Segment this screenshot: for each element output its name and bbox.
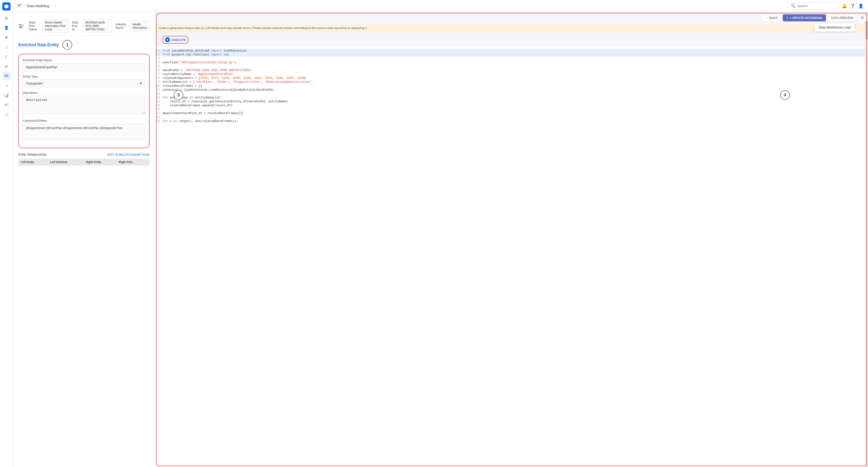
code-line-11: 11 canonical = loadCanonical.LoadCanonic… bbox=[155, 88, 868, 92]
update-notebook-button[interactable]: + + UPDATE NOTEBOOK bbox=[783, 14, 826, 21]
back-button[interactable]: ← BACK bbox=[762, 14, 781, 21]
col-left-entity: Left Entity bbox=[19, 159, 48, 166]
search-icon: 🔍 bbox=[791, 4, 796, 8]
routes-icon[interactable]: ⇢ bbox=[2, 81, 10, 90]
code-line-2: 2 from pyspark.sql.functions import col bbox=[155, 53, 868, 57]
relationships-table: Left Entity Left Attribute Right Entity … bbox=[19, 159, 150, 166]
section-header: Enriched Data Entity 1 bbox=[19, 40, 150, 50]
help-icon[interactable]: ❓ bbox=[850, 3, 855, 8]
canonical-label: Canonical Entities bbox=[23, 119, 145, 122]
code-line-3: 3 bbox=[155, 57, 868, 60]
svg-line-17 bbox=[18, 5, 20, 7]
code-line-10: 10 relatedDataframes = [] bbox=[155, 84, 868, 88]
datapod-id-label: Data Pod Id bbox=[72, 21, 79, 31]
analytics-icon[interactable]: 📊 bbox=[2, 91, 10, 99]
entity-type-label: Entity Type bbox=[23, 75, 145, 78]
home-nav-icon[interactable]: 🏠 bbox=[19, 24, 24, 29]
code-line-9: 9 entityNameList = ['CarePlan', 'Order',… bbox=[155, 80, 868, 84]
code-line-4: 4 execfile('/Workspace/LucidJobs/setup.p… bbox=[155, 60, 868, 64]
main-content: > Data Modeling ··· 🔍 🔔 ❓ 👤 🏠 Data Pod N… bbox=[13, 0, 868, 467]
tag-icon[interactable]: 🏷 bbox=[2, 101, 10, 109]
right-panel: ← BACK + + UPDATE NOTEBOOK DATA PREVIEW … bbox=[155, 12, 868, 467]
data-preview-button[interactable]: DATA PREVIEW bbox=[828, 14, 857, 22]
search-box[interactable]: 🔍 bbox=[788, 2, 839, 9]
section-title: Enriched Data Entity bbox=[19, 42, 59, 47]
relationships-title: Entity Relationships bbox=[19, 153, 46, 156]
execute-section: EXECUTE bbox=[155, 32, 868, 47]
canonical-value: @Appointment @CarePlan @Appointment @Car… bbox=[23, 124, 145, 140]
entity-name-input[interactable] bbox=[23, 63, 145, 71]
data-model-icon[interactable] bbox=[2, 72, 10, 80]
datapod-industry-label: Industry Name bbox=[116, 23, 126, 29]
gear-button[interactable]: ⚙ bbox=[859, 14, 866, 22]
warning-bar: Code is generated using a Gen AI LLM Mod… bbox=[155, 24, 868, 32]
app-logo[interactable] bbox=[2, 2, 10, 10]
code-line-15: 15 relatedDataframes.append(result_df) bbox=[155, 104, 868, 107]
content-area: 🏠 Data Pod Name Demo Health Informatics … bbox=[13, 12, 868, 467]
code-line-18: 18 bbox=[155, 115, 868, 119]
step-circle-1: 1 bbox=[62, 40, 72, 50]
code-line-8: 8 relatedComponents = {1536, 1537, 1538,… bbox=[155, 76, 868, 80]
data-warehouse-popup[interactable]: Data Warehouse Load bbox=[814, 23, 855, 32]
arrows-icon[interactable]: ⇄ bbox=[2, 62, 10, 70]
entity-name-group: Enriched Entity Name bbox=[23, 58, 145, 71]
breadcrumb-title: Data Modeling bbox=[27, 4, 50, 8]
code-line-13: 13 for entityName in entityNameList: bbox=[155, 96, 868, 99]
code-line-5: 5 bbox=[155, 64, 868, 68]
step-circle-4: 4 bbox=[780, 90, 790, 100]
sidebar: ⊟ 👤 ⊕ ⌂ ⇧ ⇄ ⇢ 📊 🏷 📄 bbox=[0, 0, 13, 467]
topnav-right: 🔍 🔔 ❓ 👤 bbox=[788, 2, 863, 9]
code-line-16: 16 bbox=[155, 107, 868, 111]
code-area[interactable]: 1 from luciddatahub.dataLoad import load… bbox=[155, 47, 868, 467]
code-line-17: 17 AppointmentCarePlan_df = relatedDataf… bbox=[155, 111, 868, 115]
entity-name-label: Enriched Entity Name bbox=[23, 58, 145, 62]
code-line-1: 1 from luciddatahub.dataLoad import load… bbox=[155, 49, 868, 53]
top-navigation: > Data Modeling ··· 🔍 🔔 ❓ 👤 bbox=[13, 0, 868, 12]
search-input[interactable] bbox=[798, 4, 836, 8]
back-arrow-icon: ← bbox=[765, 16, 768, 20]
svg-marker-18 bbox=[167, 39, 168, 41]
svg-line-16 bbox=[20, 4, 21, 5]
code-toolbar: ← BACK + + UPDATE NOTEBOOK DATA PREVIEW … bbox=[762, 14, 866, 22]
relationships-section: Entity Relationships EDIT IN RELATIONSHI… bbox=[19, 153, 150, 166]
plus-icon: + bbox=[786, 16, 788, 20]
user-icon[interactable]: 👤 bbox=[858, 3, 863, 8]
datapod-header: 🏠 Data Pod Name Demo Health Informatics … bbox=[19, 17, 150, 35]
description-group: Description description bbox=[23, 91, 145, 115]
document-icon[interactable]: 📄 bbox=[2, 110, 10, 119]
code-line-12: 12 bbox=[155, 92, 868, 96]
col-right-attr: Right Attri... bbox=[117, 159, 150, 166]
code-line-19: 19 for i in range(1, len(relatedDatafram… bbox=[155, 119, 868, 123]
entity-type-select-wrap: Transaction Reference Event Lookup ▼ bbox=[23, 80, 145, 87]
entity-type-group: Entity Type Transaction Reference Event … bbox=[23, 75, 145, 87]
execute-red-box: EXECUTE bbox=[163, 36, 188, 44]
scrollbar-thumb[interactable] bbox=[865, 21, 868, 39]
description-input[interactable]: description bbox=[23, 96, 145, 114]
users-icon[interactable]: 👤 bbox=[2, 24, 10, 32]
home-icon[interactable]: ⌂ bbox=[2, 43, 10, 51]
edit-relationship-link[interactable]: EDIT IN RELATIONSHIP PAGE bbox=[107, 153, 150, 156]
canonical-group: Canonical Entities @Appointment @CarePla… bbox=[23, 119, 145, 140]
datapod-id-value: d91f5fd2-4a35-422c-9f06-a8875f173264 bbox=[83, 19, 112, 32]
reports-icon[interactable]: ⊟ bbox=[2, 14, 10, 22]
play-icon[interactable] bbox=[165, 37, 170, 42]
svg-line-15 bbox=[18, 4, 20, 5]
breadcrumb-separator: > bbox=[24, 4, 25, 8]
description-label: Description bbox=[23, 91, 145, 94]
datapod-industry-value: Health Informatics bbox=[130, 21, 150, 31]
scrollbar[interactable] bbox=[865, 12, 868, 467]
notification-icon[interactable]: 🔔 bbox=[842, 3, 847, 8]
breadcrumb-icon bbox=[18, 3, 22, 8]
left-panel: 🏠 Data Pod Name Demo Health Informatics … bbox=[13, 12, 155, 467]
upload-icon[interactable]: ⇧ bbox=[2, 52, 10, 61]
code-block: 1 from luciddatahub.dataLoad import load… bbox=[155, 47, 868, 125]
entity-form-box: Enriched Entity Name Entity Type Transac… bbox=[19, 54, 150, 148]
datapod-name-value: Demo Health Informatics Pod Lucid bbox=[42, 19, 68, 32]
entity-type-select[interactable]: Transaction Reference Event Lookup bbox=[23, 80, 145, 87]
more-options[interactable]: ··· bbox=[53, 3, 56, 8]
groups-icon[interactable]: ⊕ bbox=[2, 33, 10, 41]
relationships-header: Entity Relationships EDIT IN RELATIONSHI… bbox=[19, 153, 150, 156]
code-line-7: 7 customEntityName = 'AppointmentCarePla… bbox=[155, 72, 868, 76]
execute-button[interactable]: EXECUTE bbox=[172, 38, 186, 41]
col-left-attribute: Left Attribute bbox=[48, 159, 84, 166]
